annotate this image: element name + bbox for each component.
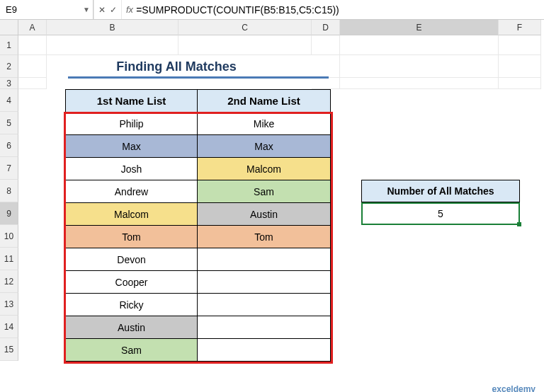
table-cell[interactable]: Sam	[198, 180, 331, 203]
table-cell[interactable]: Tom	[66, 226, 198, 248]
result-box: Number of All Matches 5	[361, 180, 520, 225]
row-header[interactable]: 9	[0, 202, 18, 225]
row-header[interactable]: 10	[0, 225, 18, 248]
table-cell[interactable]: Philip	[66, 113, 198, 135]
title-underline	[68, 76, 329, 79]
table-cell[interactable]: Ricky	[66, 294, 198, 316]
table-cell[interactable]: Max	[66, 135, 198, 158]
table-cell[interactable]: Cooper	[66, 271, 198, 294]
table-header: 2nd Name List	[198, 90, 331, 113]
check-icon[interactable]: ✓	[110, 5, 117, 15]
row-header[interactable]: 12	[0, 270, 18, 293]
row-header[interactable]: 2	[0, 55, 18, 78]
table-cell[interactable]: Devon	[66, 248, 198, 271]
table-cell[interactable]: Malcom	[66, 203, 198, 226]
table-cell[interactable]: Sam	[66, 339, 198, 362]
row-header[interactable]: 13	[0, 293, 18, 316]
table-cell[interactable]: Mike	[198, 113, 331, 135]
row-header[interactable]: 8	[0, 180, 18, 202]
table-header: 1st Name List	[66, 90, 198, 113]
table-cell[interactable]	[198, 271, 331, 294]
fx-icon[interactable]: fx	[126, 4, 133, 15]
table-cell[interactable]: Austin	[198, 203, 331, 226]
table-cell[interactable]: Austin	[66, 316, 198, 339]
col-header-e[interactable]: E	[340, 20, 499, 35]
row-header[interactable]: 1	[0, 35, 18, 55]
watermark: exceldemy EXCEL · DATA · B	[479, 384, 536, 392]
table-cell[interactable]: Malcom	[198, 158, 331, 180]
name-box[interactable]	[3, 3, 45, 16]
column-headers: A B C D E F	[0, 20, 544, 35]
formula-toolbar: ✕ ✓	[94, 0, 121, 19]
col-header-b[interactable]: B	[47, 20, 178, 35]
cancel-icon[interactable]: ✕	[98, 5, 106, 15]
col-header-d[interactable]: D	[312, 20, 340, 35]
col-header-c[interactable]: C	[178, 20, 312, 35]
col-header-a[interactable]: A	[18, 20, 47, 35]
table-cell[interactable]	[198, 316, 331, 339]
result-label: Number of All Matches	[361, 180, 520, 202]
table-cell[interactable]	[198, 294, 331, 316]
row-header[interactable]: 3	[0, 78, 18, 89]
row-headers: 1 2 3 4 5 6 7 8 9 10 11 12 13 14 15	[0, 35, 18, 392]
row-header[interactable]: 15	[0, 338, 18, 361]
row-header[interactable]: 7	[0, 157, 18, 180]
name-box-dropdown-icon[interactable]: ▼	[83, 6, 90, 13]
names-table: 1st Name List 2nd Name List PhilipMikeMa…	[65, 89, 331, 362]
table-cell[interactable]	[198, 339, 331, 362]
name-box-container: ▼	[0, 0, 94, 19]
table-cell[interactable]: Andrew	[66, 180, 198, 203]
result-value-cell[interactable]: 5	[361, 202, 520, 225]
row-header[interactable]: 14	[0, 316, 18, 338]
row-header[interactable]: 11	[0, 248, 18, 270]
row-header[interactable]: 5	[0, 112, 18, 134]
formula-bar: ▼ ✕ ✓ fx	[0, 0, 544, 20]
row-header[interactable]: 4	[0, 89, 18, 112]
spreadsheet-grid[interactable]: Finding All Matches 1st Name List 2nd Na…	[18, 35, 541, 392]
col-header-f[interactable]: F	[499, 20, 541, 35]
row-header[interactable]: 6	[0, 134, 18, 157]
table-cell[interactable]: Josh	[66, 158, 198, 180]
formula-input[interactable]	[133, 3, 431, 17]
page-title: Finding All Matches	[116, 59, 236, 74]
table-cell[interactable]: Max	[198, 135, 331, 158]
select-all-corner[interactable]	[0, 20, 18, 35]
table-cell[interactable]	[198, 248, 331, 271]
table-cell[interactable]: Tom	[198, 226, 331, 248]
